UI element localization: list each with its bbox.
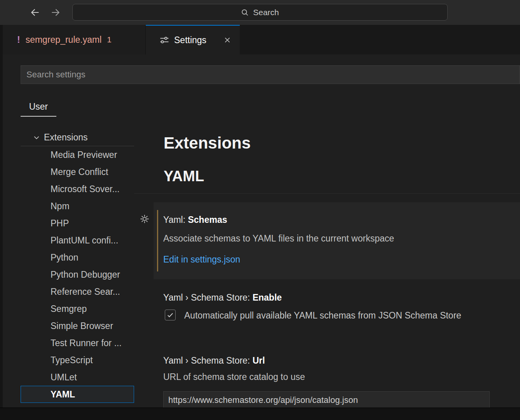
settings-editor: User Extensions Media Previewer Merge Co… — [3, 54, 520, 408]
tree-item-extensions[interactable]: Extensions — [21, 129, 134, 146]
setting-name: Enable — [253, 292, 282, 303]
setting-name: Schemas — [188, 215, 227, 225]
settings-tree: Extensions Media Previewer Merge Conflic… — [21, 129, 134, 403]
tree-item-media-previewer[interactable]: Media Previewer — [21, 146, 134, 163]
tree-item-test-runner[interactable]: Test Runner for ... — [21, 334, 134, 352]
window-left-edge — [0, 25, 3, 408]
page-heading: Extensions — [164, 134, 251, 152]
close-icon — [224, 37, 231, 44]
checkmark-icon — [166, 311, 174, 319]
titlebar: Search — [0, 0, 520, 25]
tab-file-label: semgrep_rule.yaml — [26, 35, 102, 45]
setting-category: Yaml › Schema Store: — [163, 355, 253, 366]
tab-settings[interactable]: Settings — [146, 25, 240, 54]
tree-item-plantuml[interactable]: PlantUML confi... — [21, 232, 134, 249]
tree-item-simple-browser[interactable]: Simple Browser — [21, 317, 134, 334]
setting-title: Yaml › Schema Store: Enable — [163, 292, 282, 303]
tree-item-php[interactable]: PHP — [21, 215, 134, 232]
tree-item-merge-conflict[interactable]: Merge Conflict — [21, 163, 134, 180]
problem-marker-icon: ! — [17, 35, 20, 45]
setting-row-yaml-schemas: Yaml: Schemas Associate schemas to YAML … — [154, 202, 520, 279]
arrow-right-icon — [51, 7, 61, 18]
setting-title: Yaml › Schema Store: Url — [163, 355, 265, 366]
search-icon — [241, 9, 249, 16]
tab-semgrep-rule-yaml[interactable]: ! semgrep_rule.yaml 1 — [3, 25, 146, 54]
tree-item-microsoft-sovereign[interactable]: Microsoft Sover... — [21, 180, 134, 198]
setting-title: Yaml: Schemas — [163, 215, 227, 225]
tree-root-label: Extensions — [44, 132, 88, 143]
setting-category: Yaml › Schema Store: — [163, 292, 253, 303]
checkbox-label: Automatically pull available YAML schema… — [184, 310, 461, 321]
edit-in-settings-json-link[interactable]: Edit in settings.json — [163, 254, 240, 265]
tab-problem-count-badge: 1 — [107, 35, 112, 44]
page-subheading: YAML — [164, 168, 204, 185]
editor-tab-bar: ! semgrep_rule.yaml 1 Settings — [3, 25, 520, 54]
window-bottom-edge — [0, 408, 520, 420]
chevron-down-icon — [33, 134, 40, 141]
close-tab-button[interactable] — [222, 35, 233, 46]
schema-store-enable-checkbox[interactable] — [165, 310, 176, 320]
schema-store-url-input[interactable] — [163, 391, 490, 409]
tree-item-python-debugger[interactable]: Python Debugger — [21, 266, 134, 283]
scope-tab-user[interactable]: User — [21, 97, 56, 117]
tree-item-umlet[interactable]: UMLet — [21, 369, 134, 386]
setting-description: URL of schema store catalog to use — [163, 372, 305, 382]
settings-search-input[interactable] — [21, 66, 520, 84]
scope-tab-user-label: User — [29, 102, 48, 112]
setting-row-schema-store-enable: Yaml › Schema Store: Enable Automaticall… — [154, 288, 520, 342]
content-divider — [134, 193, 520, 194]
forward-button[interactable] — [49, 6, 62, 19]
tree-item-npm[interactable]: Npm — [21, 198, 134, 215]
tree-item-typescript[interactable]: TypeScript — [21, 352, 134, 369]
setting-actions-gear-button[interactable] — [140, 214, 150, 224]
modified-setting-indicator — [157, 210, 158, 271]
settings-sliders-icon — [160, 35, 169, 45]
setting-name: Url — [253, 355, 265, 366]
arrow-left-icon — [30, 7, 40, 18]
command-center-search[interactable]: Search — [72, 4, 448, 21]
settings-search-box — [21, 65, 520, 84]
command-center-label: Search — [253, 8, 279, 17]
tree-item-reference-search[interactable]: Reference Sear... — [21, 283, 134, 300]
setting-category: Yaml: — [163, 215, 188, 225]
tab-settings-label: Settings — [174, 35, 206, 46]
setting-description: Associate schemas to YAML files in the c… — [163, 233, 394, 244]
gear-icon — [140, 214, 149, 224]
vscode-window: Search ! semgrep_rule.yaml 1 Settings — [0, 0, 520, 420]
tree-item-semgrep[interactable]: Semgrep — [21, 300, 134, 317]
setting-row-schema-store-url: Yaml › Schema Store: Url URL of schema s… — [154, 354, 520, 408]
tree-item-yaml[interactable]: YAML — [21, 386, 134, 403]
back-button[interactable] — [29, 6, 41, 19]
tree-item-python[interactable]: Python — [21, 249, 134, 266]
